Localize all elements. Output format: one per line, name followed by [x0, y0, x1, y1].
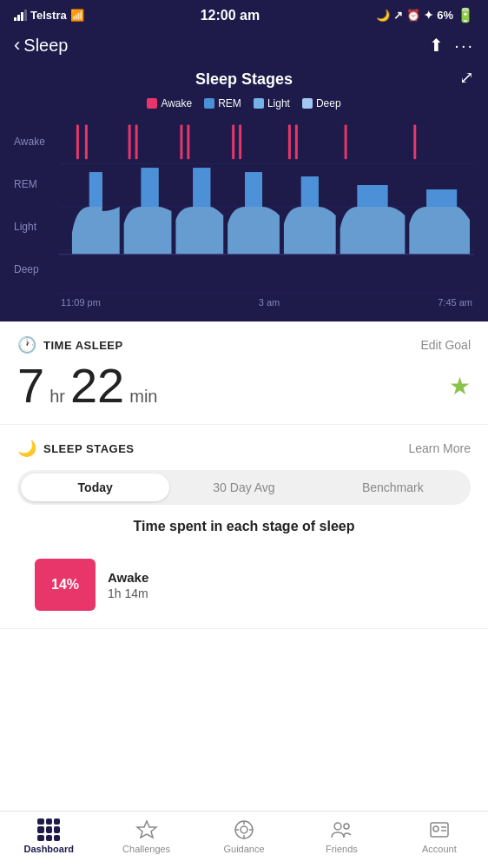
nav-bar: ‹ Sleep ⬆ ··· [0, 27, 488, 63]
challenges-icon [135, 818, 158, 841]
carrier-label: Telstra [30, 9, 67, 22]
light-label: Light [267, 97, 290, 109]
time-spent-label: Time spent in each stage of sleep [17, 519, 471, 534]
sleep-stages-header: 🌙 SLEEP STAGES Learn More [17, 439, 471, 458]
svg-rect-9 [187, 124, 189, 159]
alarm-icon: ⏰ [406, 9, 420, 22]
svg-rect-7 [135, 124, 138, 159]
svg-point-27 [433, 826, 439, 832]
guidance-icon [233, 818, 255, 841]
chart-legend: Awake REM Light Deep [14, 97, 474, 109]
location-icon: ↗ [393, 9, 403, 22]
svg-point-19 [241, 826, 247, 833]
clock-icon: 🕐 [17, 335, 36, 354]
svg-rect-15 [413, 124, 416, 159]
nav-account[interactable]: Account [391, 818, 488, 854]
status-left: Telstra 📶 [14, 9, 84, 22]
dashboard-icon [37, 818, 60, 841]
status-time: 12:00 am [201, 8, 260, 23]
y-label-awake: Awake [14, 136, 59, 148]
minutes-value: 22 [70, 361, 124, 410]
rem-dot [204, 98, 214, 109]
sleep-chart-svg [59, 120, 474, 294]
svg-rect-5 [85, 124, 88, 159]
account-label: Account [422, 844, 457, 854]
chart-section: Sleep Stages ⤢ Awake REM Light Deep Awak… [0, 63, 488, 321]
more-icon[interactable]: ··· [454, 36, 474, 56]
tab-selector: Today 30 Day Avg Benchmark [17, 470, 471, 505]
page-bottom [0, 629, 488, 707]
deep-dot [302, 98, 313, 109]
light-dot [254, 98, 264, 109]
y-label-deep: Deep [14, 263, 59, 275]
svg-rect-14 [345, 124, 347, 159]
x-label-start: 11:09 pm [61, 297, 101, 308]
svg-point-24 [334, 823, 341, 830]
svg-rect-6 [129, 124, 131, 159]
status-right: 🌙 ↗ ⏰ ✦ 6% 🔋 [376, 7, 474, 23]
svg-rect-8 [180, 124, 182, 159]
content-section: 🕐 TIME ASLEEP Edit Goal 7 hr 22 min ★ 🌙 … [0, 321, 488, 629]
deep-label: Deep [316, 97, 341, 109]
learn-more-button[interactable]: Learn More [408, 441, 471, 455]
awake-stage-name: Awake [108, 570, 148, 585]
expand-icon[interactable]: ⤢ [459, 67, 474, 88]
dashboard-label: Dashboard [23, 844, 73, 854]
x-label-end: 7:45 am [438, 297, 472, 308]
nav-guidance[interactable]: Guidance [195, 818, 293, 854]
time-asleep-header: 🕐 TIME ASLEEP Edit Goal [17, 335, 471, 354]
svg-rect-13 [295, 124, 298, 159]
svg-rect-10 [232, 124, 234, 159]
time-display: 7 hr 22 min [17, 361, 157, 410]
legend-light: Light [254, 97, 290, 109]
time-asleep-card: 🕐 TIME ASLEEP Edit Goal 7 hr 22 min ★ [0, 321, 488, 425]
awake-info: Awake 1h 14m [108, 570, 148, 600]
awake-stage-row: 14% Awake 1h 14m [17, 548, 471, 621]
stages-title-row: 🌙 SLEEP STAGES [17, 439, 135, 458]
legend-deep: Deep [302, 97, 341, 109]
bluetooth-icon: ✦ [424, 9, 433, 22]
edit-goal-button[interactable]: Edit Goal [420, 338, 471, 352]
nav-friends[interactable]: Friends [293, 818, 390, 854]
awake-dot [147, 98, 157, 109]
y-label-rem: REM [14, 178, 59, 190]
min-label: min [129, 387, 157, 407]
svg-rect-12 [288, 124, 291, 159]
moon-status-icon: 🌙 [376, 9, 390, 22]
nav-dashboard[interactable]: Dashboard [0, 818, 97, 854]
y-label-light: Light [14, 221, 59, 233]
legend-rem: REM [204, 97, 241, 109]
status-bar: Telstra 📶 12:00 am 🌙 ↗ ⏰ ✦ 6% 🔋 [0, 0, 488, 27]
svg-rect-11 [239, 124, 241, 159]
hr-label: hr [49, 387, 65, 407]
nav-challenges[interactable]: Challenges [97, 818, 195, 854]
sleep-moon-icon: 🌙 [17, 439, 36, 458]
hours-value: 7 [17, 361, 44, 410]
time-asleep-title-row: 🕐 TIME ASLEEP [17, 335, 123, 354]
svg-point-25 [344, 824, 349, 829]
chart-wrapper: Awake REM Light Deep [14, 120, 474, 308]
time-asleep-title: TIME ASLEEP [43, 339, 123, 352]
guidance-label: Guidance [223, 844, 264, 854]
challenges-label: Challenges [122, 844, 170, 854]
tab-30day[interactable]: 30 Day Avg [169, 474, 318, 501]
svg-rect-4 [76, 124, 79, 159]
awake-duration: 1h 14m [108, 586, 148, 600]
wifi-icon: 📶 [70, 9, 84, 22]
awake-bar: 14% [35, 559, 96, 611]
back-button[interactable]: ‹ Sleep [14, 34, 68, 56]
tab-today[interactable]: Today [21, 474, 169, 501]
share-icon[interactable]: ⬆ [429, 35, 444, 56]
back-chevron-icon: ‹ [14, 34, 20, 56]
tab-benchmark[interactable]: Benchmark [319, 474, 467, 501]
bottom-nav: Dashboard Challenges Guidance Friends [0, 811, 488, 868]
awake-label: Awake [161, 97, 192, 109]
sleep-stages-title: SLEEP STAGES [43, 442, 135, 455]
achievement-star-icon: ★ [449, 372, 471, 401]
battery-label: 6% [437, 9, 453, 22]
sleep-stages-card: 🌙 SLEEP STAGES Learn More Today 30 Day A… [0, 425, 488, 629]
rem-label: REM [218, 97, 241, 109]
awake-percent: 14% [51, 577, 79, 593]
svg-marker-17 [137, 821, 156, 838]
battery-icon: 🔋 [457, 7, 474, 23]
